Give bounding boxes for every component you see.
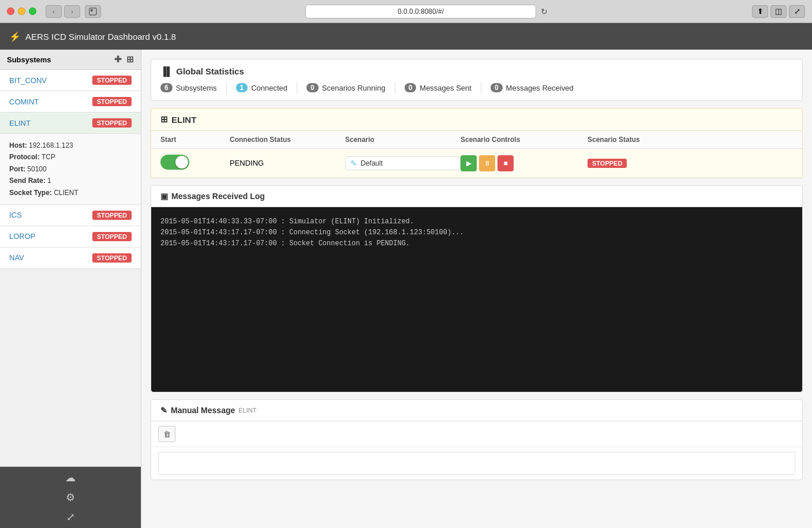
log-line-3: 2015-05-01T14:43:17.17-07:00 : Socket Co… (160, 238, 793, 249)
log-title: Messages Received Log (171, 192, 265, 201)
gear-icon[interactable]: ⚙ (66, 491, 75, 504)
network-icon[interactable]: ⊞ (126, 54, 134, 65)
minimize-button[interactable] (18, 8, 25, 15)
stat-messages-received: 0 Messages Received (481, 83, 583, 92)
network-section-icon: ⊞ (160, 114, 168, 125)
sidebar-item-lorop[interactable]: LOROP STOPPED (0, 226, 141, 248)
messages-received-count-badge: 0 (491, 83, 503, 92)
log-line-2: 2015-05-01T14:43:17.17-07:00 : Connectin… (160, 227, 793, 238)
elint-section-title: ELINT (171, 115, 196, 125)
status-badge-elint: STOPPED (92, 118, 132, 128)
stop-button[interactable]: ■ (497, 155, 514, 171)
connected-label: Connected (251, 84, 287, 92)
elint-section: ⊞ ELINT Start Connection Status Scenario… (151, 108, 803, 178)
app-title: AERS ICD Simulator Dashboard v0.1.8 (25, 32, 176, 42)
messages-sent-label: Messages Sent (420, 84, 472, 92)
share-button[interactable]: ⬆ (752, 5, 768, 18)
elint-protocol: Protocol: TCP (9, 151, 132, 163)
manual-subsystem-tag: ELINT (238, 407, 256, 414)
sidebar-bottom: ☁ ⚙ ⤢ (0, 466, 141, 528)
terminal-icon: ▣ (160, 192, 168, 201)
scenarios-running-count-badge: 0 (306, 83, 319, 92)
expand-button[interactable]: ⤢ (789, 5, 805, 18)
col-connection-status: Connection Status (230, 136, 345, 144)
connection-status-cell: PENDING (230, 159, 345, 167)
start-toggle[interactable] (160, 155, 230, 171)
elint-details-panel: Host: 192.168.1.123 Protocol: TCP Port: … (0, 134, 141, 205)
resize-icon[interactable]: ⤢ (66, 511, 75, 523)
chart-bar-icon: ▐▌ (160, 66, 173, 76)
elint-port: Port: 50100 (9, 163, 132, 175)
messages-sent-count-badge: 0 (405, 83, 417, 92)
cloud-icon[interactable]: ☁ (65, 471, 76, 484)
elint-section-header: ⊞ ELINT (151, 108, 802, 131)
sidebar-item-nav[interactable]: NAV STOPPED (0, 248, 141, 269)
col-scenario-controls: Scenario Controls (461, 136, 588, 144)
scenario-name: Default (361, 159, 383, 167)
scenario-status-badge: STOPPED (588, 159, 627, 168)
reload-button[interactable]: ↻ (541, 7, 548, 16)
sidebar-toggle[interactable]: ◫ (770, 5, 787, 18)
manual-input-area (151, 447, 802, 480)
forward-button[interactable]: › (64, 5, 80, 18)
elint-socket-type: Socket Type: CLIENT (9, 187, 132, 199)
sidebar: Subsystems ✚ ⊞ BIT_CONV STOPPED COMINT S… (0, 50, 141, 528)
status-badge-nav: STOPPED (92, 253, 132, 263)
subsystem-name-elint: ELINT (9, 119, 31, 128)
col-start: Start (160, 136, 230, 144)
app-header: ⚡ AERS ICD Simulator Dashboard v0.1.8 (0, 23, 812, 50)
scenarios-running-label: Scenarios Running (322, 84, 386, 92)
log-terminal: 2015-05-01T14:40:33.33-07:00 : Simulator… (151, 207, 802, 392)
subsystem-name-comint: COMINT (9, 98, 39, 106)
browser-nav: ‹ › (46, 5, 80, 18)
sidebar-title: Subsystems (7, 55, 51, 64)
svg-rect-1 (91, 9, 93, 12)
subsystem-name-bit-conv: BIT_CONV (9, 76, 47, 85)
scenario-edit-icon: ✎ (350, 159, 357, 168)
manual-message-input[interactable] (158, 452, 795, 475)
app-logo-icon: ⚡ (9, 31, 21, 42)
status-badge-comint: STOPPED (92, 97, 132, 106)
elint-send-rate: Send Rate: 1 (9, 175, 132, 186)
scenario-cell[interactable]: ✎ Default (345, 156, 461, 170)
stat-scenarios-running: 0 Scenarios Running (297, 83, 395, 92)
global-stats-title: ▐▌ Global Statistics (160, 66, 793, 76)
pause-button[interactable]: ⏸ (479, 155, 495, 171)
stat-messages-sent: 0 Messages Sent (395, 83, 481, 92)
subsystems-count-badge: 6 (160, 83, 173, 92)
col-scenario-status: Scenario Status (588, 136, 703, 144)
stat-subsystems: 6 Subsystems (160, 83, 226, 92)
fullscreen-button[interactable] (29, 8, 36, 15)
status-badge-lorop: STOPPED (92, 232, 132, 241)
pencil-icon: ✎ (160, 406, 167, 415)
tab-icon (85, 5, 101, 18)
address-input[interactable] (305, 5, 536, 18)
add-subsystem-button[interactable]: ✚ (114, 54, 122, 65)
sidebar-item-bit-conv[interactable]: BIT_CONV STOPPED (0, 70, 141, 91)
scenario-status-cell: STOPPED (588, 159, 703, 167)
log-line-1: 2015-05-01T14:40:33.33-07:00 : Simulator… (160, 216, 793, 227)
window-actions: ⬆ ◫ ⤢ (752, 5, 805, 18)
back-button[interactable]: ‹ (46, 5, 62, 18)
sidebar-item-ics[interactable]: ICS STOPPED (0, 205, 141, 226)
subsystem-name-nav: NAV (9, 253, 24, 262)
global-stats-section: ▐▌ Global Statistics 6 Subsystems 1 Conn… (151, 59, 803, 101)
sidebar-header-icons: ✚ ⊞ (114, 54, 134, 65)
connected-count-badge: 1 (236, 83, 248, 92)
stat-connected: 1 Connected (227, 83, 297, 92)
manual-delete-button[interactable]: 🗑 (158, 426, 175, 442)
play-button[interactable]: ▶ (461, 155, 477, 171)
scenario-controls: ▶ ⏸ ■ (461, 155, 588, 171)
elint-table-header: Start Connection Status Scenario Scenari… (151, 131, 802, 149)
traffic-lights (7, 8, 36, 15)
close-button[interactable] (7, 8, 14, 15)
app-body: Subsystems ✚ ⊞ BIT_CONV STOPPED COMINT S… (0, 50, 812, 528)
manual-toolbar: 🗑 (151, 421, 802, 447)
log-header: ▣ Messages Received Log (151, 186, 802, 207)
main-content: ▐▌ Global Statistics 6 Subsystems 1 Conn… (141, 50, 812, 528)
window-chrome: ‹ › ↻ ⬆ ◫ ⤢ (0, 0, 812, 23)
log-section: ▣ Messages Received Log 2015-05-01T14:40… (151, 185, 803, 392)
sidebar-item-comint[interactable]: COMINT STOPPED (0, 91, 141, 113)
sidebar-item-elint[interactable]: ELINT STOPPED (0, 113, 141, 134)
sidebar-list: BIT_CONV STOPPED COMINT STOPPED ELINT ST… (0, 70, 141, 466)
